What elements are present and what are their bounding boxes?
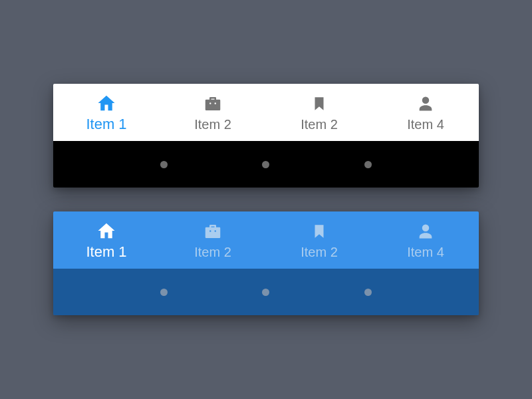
user-icon <box>416 94 435 114</box>
tabbar-light: Item 1 Item 2 Item 2 Item 4 <box>53 84 479 141</box>
home-icon <box>96 93 117 113</box>
tabbar-blue: Item 1 Item 2 Item 2 Item 4 <box>53 211 479 269</box>
pager-dot[interactable] <box>160 161 168 168</box>
pager-dot[interactable] <box>160 289 168 296</box>
tab-label: Item 1 <box>86 117 126 132</box>
tab-item-3[interactable]: Item 2 <box>266 84 372 141</box>
tab-label: Item 2 <box>301 245 338 259</box>
tab-label: Item 1 <box>86 245 126 259</box>
home-icon <box>96 221 117 241</box>
tab-label: Item 2 <box>194 118 231 131</box>
bookmark-icon <box>311 221 328 241</box>
tabbar-card-light: Item 1 Item 2 Item 2 Item 4 <box>53 84 479 188</box>
tab-label: Item 2 <box>301 118 338 131</box>
tab-label: Item 2 <box>194 245 231 259</box>
tab-item-3[interactable]: Item 2 <box>266 211 372 269</box>
tab-item-2[interactable]: Item 2 <box>160 84 266 141</box>
tab-label: Item 4 <box>407 118 444 131</box>
pager-dot[interactable] <box>364 289 372 296</box>
pager-dot[interactable] <box>364 161 372 168</box>
tab-item-2[interactable]: Item 2 <box>160 211 266 269</box>
tab-item-4[interactable]: Item 4 <box>372 84 479 141</box>
pager-dots-blue <box>53 269 479 315</box>
briefcase-icon <box>202 221 223 241</box>
pager-dot[interactable] <box>262 289 269 296</box>
tab-item-1[interactable]: Item 1 <box>53 211 160 269</box>
tabbar-card-blue: Item 1 Item 2 Item 2 Item 4 <box>53 211 479 315</box>
tab-item-4[interactable]: Item 4 <box>372 211 479 269</box>
user-icon <box>416 221 435 241</box>
tab-item-1[interactable]: Item 1 <box>53 84 160 141</box>
tab-label: Item 4 <box>407 245 444 259</box>
bookmark-icon <box>311 94 328 114</box>
pager-dots-light <box>53 141 479 188</box>
pager-dot[interactable] <box>262 161 269 168</box>
briefcase-icon <box>202 94 223 114</box>
